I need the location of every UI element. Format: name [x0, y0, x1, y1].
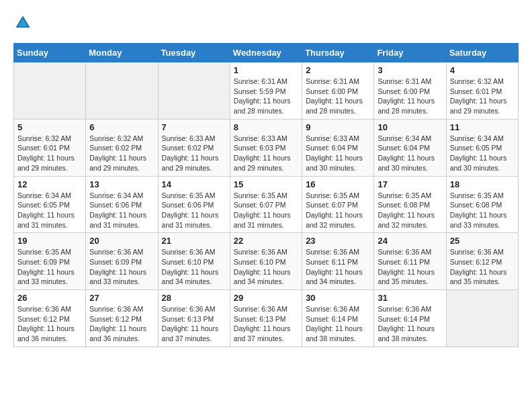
day-number: 31	[378, 293, 442, 303]
cell-info: Sunrise: 6:32 AMSunset: 6:01 PMDaylight:…	[450, 77, 515, 116]
logo	[13, 13, 35, 32]
day-number: 5	[17, 122, 82, 132]
cell-info: Sunrise: 6:35 AMSunset: 6:08 PMDaylight:…	[378, 191, 442, 230]
day-number: 11	[450, 122, 515, 132]
day-number: 28	[162, 293, 226, 303]
day-number: 2	[306, 65, 370, 75]
cell-info: Sunrise: 6:34 AMSunset: 6:05 PMDaylight:…	[450, 134, 515, 173]
calendar-cell: 19Sunrise: 6:35 AMSunset: 6:09 PMDayligh…	[14, 233, 86, 290]
calendar-cell	[446, 290, 518, 347]
logo-icon	[13, 13, 32, 32]
cell-info: Sunrise: 6:36 AMSunset: 6:12 PMDaylight:…	[450, 247, 515, 287]
day-number: 30	[306, 293, 370, 303]
day-number: 15	[234, 179, 298, 189]
calendar-cell	[14, 62, 86, 120]
day-number: 17	[378, 179, 442, 189]
cell-info: Sunrise: 6:31 AMSunset: 5:59 PMDaylight:…	[234, 77, 298, 116]
calendar-cell: 30Sunrise: 6:36 AMSunset: 6:14 PMDayligh…	[302, 290, 374, 347]
day-number: 20	[89, 236, 154, 246]
cell-info: Sunrise: 6:36 AMSunset: 6:11 PMDaylight:…	[306, 247, 370, 287]
cell-info: Sunrise: 6:35 AMSunset: 6:07 PMDaylight:…	[306, 191, 370, 230]
cell-info: Sunrise: 6:31 AMSunset: 6:00 PMDaylight:…	[378, 77, 442, 116]
day-number: 29	[234, 293, 298, 303]
calendar-cell: 31Sunrise: 6:36 AMSunset: 6:14 PMDayligh…	[374, 290, 446, 347]
day-number: 24	[378, 236, 442, 246]
cell-info: Sunrise: 6:34 AMSunset: 6:05 PMDaylight:…	[17, 191, 82, 230]
day-number: 26	[17, 293, 82, 303]
cell-info: Sunrise: 6:36 AMSunset: 6:11 PMDaylight:…	[378, 247, 442, 287]
day-number: 12	[17, 179, 82, 189]
calendar-cell: 29Sunrise: 6:36 AMSunset: 6:13 PMDayligh…	[230, 290, 302, 347]
day-number: 23	[306, 236, 370, 246]
day-number: 21	[162, 236, 226, 246]
calendar-cell: 14Sunrise: 6:35 AMSunset: 6:06 PMDayligh…	[158, 176, 230, 233]
calendar-cell: 4Sunrise: 6:32 AMSunset: 6:01 PMDaylight…	[446, 62, 518, 120]
calendar-cell: 26Sunrise: 6:36 AMSunset: 6:12 PMDayligh…	[14, 290, 86, 347]
column-header-friday: Friday	[374, 44, 446, 62]
calendar-week-row: 19Sunrise: 6:35 AMSunset: 6:09 PMDayligh…	[14, 233, 519, 290]
calendar-cell: 2Sunrise: 6:31 AMSunset: 6:00 PMDaylight…	[302, 62, 374, 120]
calendar-cell: 28Sunrise: 6:36 AMSunset: 6:13 PMDayligh…	[158, 290, 230, 347]
day-number: 27	[89, 293, 154, 303]
calendar-cell: 20Sunrise: 6:36 AMSunset: 6:09 PMDayligh…	[86, 233, 158, 290]
calendar-cell: 22Sunrise: 6:36 AMSunset: 6:10 PMDayligh…	[230, 233, 302, 290]
cell-info: Sunrise: 6:31 AMSunset: 6:00 PMDaylight:…	[306, 77, 370, 116]
column-header-wednesday: Wednesday	[230, 44, 302, 62]
calendar-cell: 17Sunrise: 6:35 AMSunset: 6:08 PMDayligh…	[374, 176, 446, 233]
calendar-header-row: SundayMondayTuesdayWednesdayThursdayFrid…	[14, 44, 519, 62]
calendar-cell: 8Sunrise: 6:33 AMSunset: 6:03 PMDaylight…	[230, 119, 302, 176]
calendar-cell: 15Sunrise: 6:35 AMSunset: 6:07 PMDayligh…	[230, 176, 302, 233]
cell-info: Sunrise: 6:34 AMSunset: 6:06 PMDaylight:…	[89, 191, 154, 230]
day-number: 14	[162, 179, 226, 189]
calendar-cell: 11Sunrise: 6:34 AMSunset: 6:05 PMDayligh…	[446, 119, 518, 176]
calendar-cell	[86, 62, 158, 120]
calendar-cell: 16Sunrise: 6:35 AMSunset: 6:07 PMDayligh…	[302, 176, 374, 233]
calendar-week-row: 5Sunrise: 6:32 AMSunset: 6:01 PMDaylight…	[14, 119, 519, 176]
calendar-week-row: 1Sunrise: 6:31 AMSunset: 5:59 PMDaylight…	[14, 62, 519, 120]
calendar-cell: 21Sunrise: 6:36 AMSunset: 6:10 PMDayligh…	[158, 233, 230, 290]
cell-info: Sunrise: 6:35 AMSunset: 6:06 PMDaylight:…	[162, 191, 226, 230]
calendar-cell: 18Sunrise: 6:35 AMSunset: 6:08 PMDayligh…	[446, 176, 518, 233]
cell-info: Sunrise: 6:36 AMSunset: 6:12 PMDaylight:…	[89, 304, 154, 344]
day-number: 7	[162, 122, 226, 132]
day-number: 3	[378, 65, 442, 75]
calendar-cell: 12Sunrise: 6:34 AMSunset: 6:05 PMDayligh…	[14, 176, 86, 233]
day-number: 13	[89, 179, 154, 189]
calendar-cell: 25Sunrise: 6:36 AMSunset: 6:12 PMDayligh…	[446, 233, 518, 290]
column-header-thursday: Thursday	[302, 44, 374, 62]
day-number: 10	[378, 122, 442, 132]
calendar-cell: 3Sunrise: 6:31 AMSunset: 6:00 PMDaylight…	[374, 62, 446, 120]
cell-info: Sunrise: 6:32 AMSunset: 6:02 PMDaylight:…	[89, 134, 154, 173]
calendar-cell: 13Sunrise: 6:34 AMSunset: 6:06 PMDayligh…	[86, 176, 158, 233]
cell-info: Sunrise: 6:36 AMSunset: 6:13 PMDaylight:…	[162, 304, 226, 344]
column-header-tuesday: Tuesday	[158, 44, 230, 62]
cell-info: Sunrise: 6:36 AMSunset: 6:12 PMDaylight:…	[17, 304, 82, 344]
cell-info: Sunrise: 6:33 AMSunset: 6:02 PMDaylight:…	[162, 134, 226, 173]
cell-info: Sunrise: 6:35 AMSunset: 6:08 PMDaylight:…	[450, 191, 515, 230]
cell-info: Sunrise: 6:36 AMSunset: 6:10 PMDaylight:…	[162, 247, 226, 287]
column-header-sunday: Sunday	[14, 44, 86, 62]
cell-info: Sunrise: 6:32 AMSunset: 6:01 PMDaylight:…	[17, 134, 82, 173]
cell-info: Sunrise: 6:35 AMSunset: 6:09 PMDaylight:…	[17, 247, 82, 287]
cell-info: Sunrise: 6:34 AMSunset: 6:04 PMDaylight:…	[378, 134, 442, 173]
day-number: 22	[234, 236, 298, 246]
day-number: 19	[17, 236, 82, 246]
cell-info: Sunrise: 6:36 AMSunset: 6:14 PMDaylight:…	[306, 304, 370, 344]
calendar-cell: 9Sunrise: 6:33 AMSunset: 6:04 PMDaylight…	[302, 119, 374, 176]
calendar-cell	[158, 62, 230, 120]
calendar-cell: 5Sunrise: 6:32 AMSunset: 6:01 PMDaylight…	[14, 119, 86, 176]
cell-info: Sunrise: 6:33 AMSunset: 6:03 PMDaylight:…	[234, 134, 298, 173]
calendar-cell: 6Sunrise: 6:32 AMSunset: 6:02 PMDaylight…	[86, 119, 158, 176]
calendar-cell: 24Sunrise: 6:36 AMSunset: 6:11 PMDayligh…	[374, 233, 446, 290]
cell-info: Sunrise: 6:33 AMSunset: 6:04 PMDaylight:…	[306, 134, 370, 173]
day-number: 25	[450, 236, 515, 246]
column-header-monday: Monday	[86, 44, 158, 62]
cell-info: Sunrise: 6:36 AMSunset: 6:13 PMDaylight:…	[234, 304, 298, 344]
column-header-saturday: Saturday	[446, 44, 518, 62]
calendar-cell: 23Sunrise: 6:36 AMSunset: 6:11 PMDayligh…	[302, 233, 374, 290]
page-header	[13, 13, 519, 32]
calendar-cell: 10Sunrise: 6:34 AMSunset: 6:04 PMDayligh…	[374, 119, 446, 176]
day-number: 8	[234, 122, 298, 132]
cell-info: Sunrise: 6:36 AMSunset: 6:10 PMDaylight:…	[234, 247, 298, 287]
calendar-cell: 27Sunrise: 6:36 AMSunset: 6:12 PMDayligh…	[86, 290, 158, 347]
